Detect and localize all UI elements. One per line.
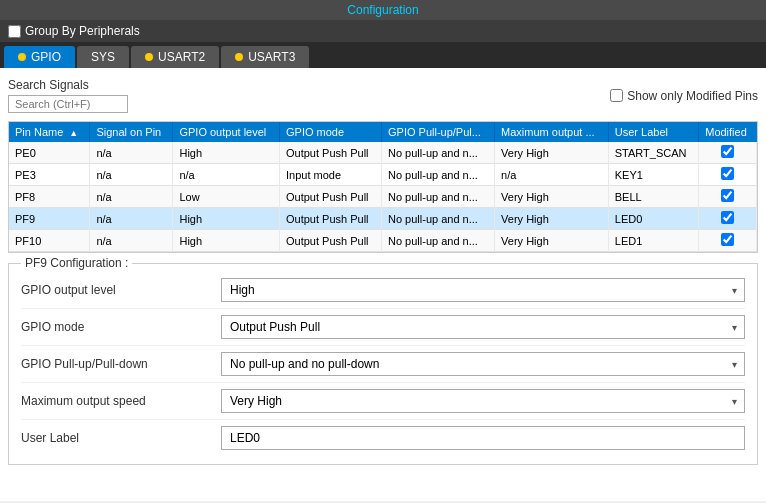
tab-gpio[interactable]: GPIO bbox=[4, 46, 75, 68]
table-cell: Input mode bbox=[279, 164, 381, 186]
table-cell: No pull-up and n... bbox=[381, 142, 494, 164]
group-by-peripherals-checkbox[interactable] bbox=[8, 25, 21, 38]
show-modified-text: Show only Modified Pins bbox=[627, 89, 758, 103]
modified-cell[interactable] bbox=[699, 186, 757, 208]
table-cell: KEY1 bbox=[608, 164, 698, 186]
config-label-user-label: User Label bbox=[21, 431, 221, 445]
search-row: Search Signals Show only Modified Pins bbox=[8, 76, 758, 115]
modified-cell[interactable] bbox=[699, 164, 757, 186]
modified-cell[interactable] bbox=[699, 208, 757, 230]
select-gpio-mode[interactable]: Output Push PullInput modeAnalog mode bbox=[221, 315, 745, 339]
pins-table: Pin Name ▲ Signal on Pin GPIO output lev… bbox=[9, 122, 757, 252]
tab-usart3[interactable]: USART3 bbox=[221, 46, 309, 68]
config-label-gpio-pull: GPIO Pull-up/Pull-down bbox=[21, 357, 221, 371]
config-row-max-output-speed: Maximum output speedVery HighHighMediumL… bbox=[21, 383, 745, 420]
show-modified-label[interactable]: Show only Modified Pins bbox=[610, 89, 758, 103]
col-gpio-mode[interactable]: GPIO mode bbox=[279, 122, 381, 142]
title-bar: Configuration bbox=[0, 0, 766, 20]
col-signal[interactable]: Signal on Pin bbox=[90, 122, 173, 142]
col-pin-name[interactable]: Pin Name ▲ bbox=[9, 122, 90, 142]
table-cell: LED1 bbox=[608, 230, 698, 252]
select-wrapper-max-output-speed: Very HighHighMediumLow▾ bbox=[221, 389, 745, 413]
search-label: Search Signals bbox=[8, 78, 128, 92]
table-row[interactable]: PE3n/an/aInput modeNo pull-up and n...n/… bbox=[9, 164, 757, 186]
table-cell: n/a bbox=[90, 208, 173, 230]
tab-sys-label: SYS bbox=[91, 50, 115, 64]
table-row[interactable]: PE0n/aHighOutput Push PullNo pull-up and… bbox=[9, 142, 757, 164]
show-modified-checkbox[interactable] bbox=[610, 89, 623, 102]
config-row-user-label: User Label bbox=[21, 420, 745, 456]
modified-checkbox[interactable] bbox=[721, 211, 734, 224]
table-cell: Output Push Pull bbox=[279, 142, 381, 164]
table-cell: High bbox=[173, 142, 280, 164]
col-gpio-level[interactable]: GPIO output level bbox=[173, 122, 280, 142]
table-cell: No pull-up and n... bbox=[381, 230, 494, 252]
tab-usart2[interactable]: USART2 bbox=[131, 46, 219, 68]
table-row[interactable]: PF10n/aHighOutput Push PullNo pull-up an… bbox=[9, 230, 757, 252]
select-gpio-pull[interactable]: No pull-up and no pull-downPull-upPull-d… bbox=[221, 352, 745, 376]
modified-checkbox[interactable] bbox=[721, 145, 734, 158]
search-input[interactable] bbox=[8, 95, 128, 113]
table-cell: n/a bbox=[495, 164, 609, 186]
select-wrapper-gpio-mode: Output Push PullInput modeAnalog mode▾ bbox=[221, 315, 745, 339]
group-by-peripherals-label[interactable]: Group By Peripherals bbox=[8, 24, 140, 38]
group-by-peripherals-text: Group By Peripherals bbox=[25, 24, 140, 38]
table-cell: BELL bbox=[608, 186, 698, 208]
col-gpio-pull[interactable]: GPIO Pull-up/Pul... bbox=[381, 122, 494, 142]
config-row-gpio-output-level: GPIO output levelHighLow▾ bbox=[21, 272, 745, 309]
table-cell: High bbox=[173, 230, 280, 252]
table-cell: High bbox=[173, 208, 280, 230]
table-cell: n/a bbox=[90, 186, 173, 208]
config-label-max-output-speed: Maximum output speed bbox=[21, 394, 221, 408]
table-cell: No pull-up and n... bbox=[381, 164, 494, 186]
table-cell: Output Push Pull bbox=[279, 208, 381, 230]
tab-usart2-label: USART2 bbox=[158, 50, 205, 64]
tab-gpio-label: GPIO bbox=[31, 50, 61, 64]
table-header-row: Pin Name ▲ Signal on Pin GPIO output lev… bbox=[9, 122, 757, 142]
table-cell: n/a bbox=[173, 164, 280, 186]
col-user-label[interactable]: User Label bbox=[608, 122, 698, 142]
tab-usart3-dot bbox=[235, 53, 243, 61]
input-user-label[interactable] bbox=[221, 426, 745, 450]
table-cell: PF8 bbox=[9, 186, 90, 208]
table-cell: PE3 bbox=[9, 164, 90, 186]
table-row[interactable]: PF9n/aHighOutput Push PullNo pull-up and… bbox=[9, 208, 757, 230]
select-wrapper-gpio-output-level: HighLow▾ bbox=[221, 278, 745, 302]
top-bar: Group By Peripherals bbox=[0, 20, 766, 42]
table-row[interactable]: PF8n/aLowOutput Push PullNo pull-up and … bbox=[9, 186, 757, 208]
table-cell: No pull-up and n... bbox=[381, 208, 494, 230]
select-wrapper-gpio-pull: No pull-up and no pull-downPull-upPull-d… bbox=[221, 352, 745, 376]
table-cell: PE0 bbox=[9, 142, 90, 164]
table-cell: Very High bbox=[495, 208, 609, 230]
select-gpio-output-level[interactable]: HighLow bbox=[221, 278, 745, 302]
config-legend: PF9 Configuration : bbox=[21, 256, 132, 270]
table-body: PE0n/aHighOutput Push PullNo pull-up and… bbox=[9, 142, 757, 252]
table-cell: LED0 bbox=[608, 208, 698, 230]
table-cell: n/a bbox=[90, 164, 173, 186]
config-row-gpio-pull: GPIO Pull-up/Pull-downNo pull-up and no … bbox=[21, 346, 745, 383]
tab-gpio-dot bbox=[18, 53, 26, 61]
table-cell: n/a bbox=[90, 230, 173, 252]
table-cell: No pull-up and n... bbox=[381, 186, 494, 208]
table-cell: Output Push Pull bbox=[279, 230, 381, 252]
modified-cell[interactable] bbox=[699, 142, 757, 164]
select-max-output-speed[interactable]: Very HighHighMediumLow bbox=[221, 389, 745, 413]
table-container: Pin Name ▲ Signal on Pin GPIO output lev… bbox=[8, 121, 758, 253]
table-cell: Very High bbox=[495, 186, 609, 208]
config-fields: GPIO output levelHighLow▾GPIO modeOutput… bbox=[21, 272, 745, 456]
modified-cell[interactable] bbox=[699, 230, 757, 252]
col-max-output[interactable]: Maximum output ... bbox=[495, 122, 609, 142]
tab-sys[interactable]: SYS bbox=[77, 46, 129, 68]
config-label-gpio-output-level: GPIO output level bbox=[21, 283, 221, 297]
table-cell: PF10 bbox=[9, 230, 90, 252]
config-section: PF9 Configuration : GPIO output levelHig… bbox=[8, 263, 758, 465]
modified-checkbox[interactable] bbox=[721, 167, 734, 180]
modified-checkbox[interactable] bbox=[721, 233, 734, 246]
modified-checkbox[interactable] bbox=[721, 189, 734, 202]
table-cell: Very High bbox=[495, 230, 609, 252]
table-cell: PF9 bbox=[9, 208, 90, 230]
table-cell: Very High bbox=[495, 142, 609, 164]
table-cell: n/a bbox=[90, 142, 173, 164]
col-modified[interactable]: Modified bbox=[699, 122, 757, 142]
tabs-bar: GPIO SYS USART2 USART3 bbox=[0, 42, 766, 68]
